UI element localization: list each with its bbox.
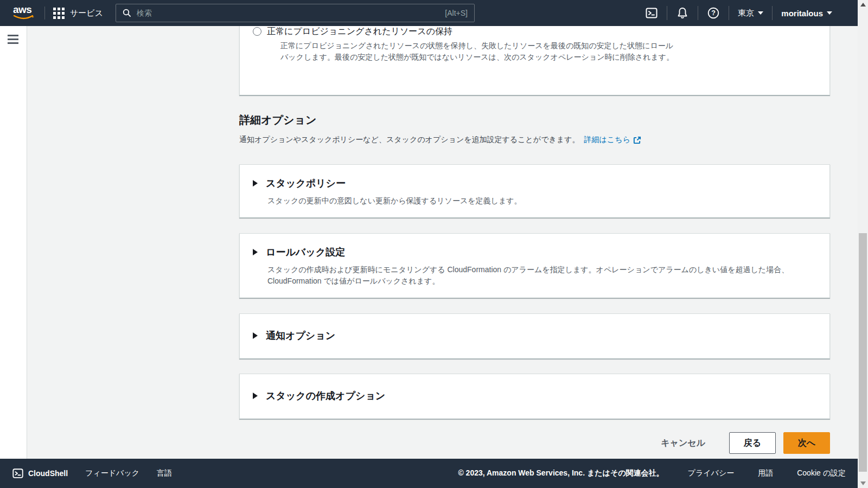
stack-creation-options-section: スタックの作成オプション	[239, 374, 830, 419]
caret-right-icon	[253, 393, 258, 399]
header-separator	[698, 6, 698, 20]
stack-policy-section: スタックポリシー スタックの更新中の意図しない更新から保護するリソースを定義しま…	[239, 164, 830, 218]
scrollbar-down-arrow[interactable]	[858, 479, 868, 488]
stack-policy-expander[interactable]: スタックポリシー	[253, 177, 816, 190]
rollback-configuration-expander[interactable]: ロールバック設定	[253, 246, 816, 259]
header-separator	[667, 6, 667, 20]
preserve-resources-description: 正常にプロビジョニングされたリソースの状態を保持し、失敗したリソースを最後の既知…	[280, 40, 674, 63]
rollback-configuration-section: ロールバック設定 スタックの作成時および更新時にモニタリングする CloudFo…	[239, 233, 830, 298]
back-button[interactable]: 戻る	[729, 432, 776, 454]
cloudshell-icon[interactable]	[645, 7, 658, 20]
footer-cloudshell-label: CloudShell	[28, 469, 68, 478]
preserve-resources-label[interactable]: 正常にプロビジョニングされたリソースの保持	[267, 26, 452, 37]
footer-privacy-link[interactable]: プライバシー	[688, 468, 735, 478]
learn-more-link[interactable]: 詳細はこちら	[584, 135, 641, 145]
header-separator	[729, 6, 729, 20]
section-description: スタックの作成時および更新時にモニタリングする CloudFormation の…	[267, 264, 802, 287]
footer-copyright: © 2023, Amazon Web Services, Inc. またはその関…	[458, 468, 663, 478]
section-description: スタックの更新中の意図しない更新から保護するリソースを定義します。	[267, 195, 802, 207]
scrollbar-up-arrow[interactable]	[858, 0, 868, 9]
external-link-icon	[633, 136, 641, 144]
chevron-down-icon	[758, 11, 763, 15]
rollback-behavior-card: 正常にプロビジョニングされたリソースの保持 正常にプロビジョニングされたリソース…	[239, 26, 830, 95]
vertical-scrollbar[interactable]	[858, 0, 868, 488]
aws-logo-text: aws	[13, 4, 35, 15]
console-footer: CloudShell フィードバック 言語 © 2023, Amazon Web…	[0, 459, 858, 488]
chevron-down-icon	[827, 11, 832, 15]
top-navigation-bar: aws サービス [Alt+S]	[0, 0, 858, 26]
aws-logo[interactable]: aws	[13, 4, 35, 22]
notifications-bell-icon[interactable]	[676, 7, 689, 20]
preserve-resources-radio[interactable]	[253, 27, 261, 36]
search-icon	[123, 9, 131, 17]
left-navigation-rail	[0, 26, 27, 459]
caret-right-icon	[253, 180, 258, 187]
svg-text:?: ?	[711, 9, 716, 17]
region-selector[interactable]: 東京	[738, 8, 763, 18]
scrollbar-thumb[interactable]	[859, 233, 867, 472]
footer-language-link[interactable]: 言語	[157, 468, 172, 478]
caret-right-icon	[253, 249, 258, 255]
footer-cloudshell-button[interactable]: CloudShell	[12, 467, 68, 479]
services-menu-button[interactable]: サービス	[53, 0, 103, 26]
region-label: 東京	[738, 8, 754, 18]
section-title: スタックポリシー	[266, 177, 346, 190]
wizard-actions: キャンセル 戻る 次へ	[239, 432, 830, 454]
advanced-options-title: 詳細オプション	[239, 113, 830, 127]
header-separator	[772, 6, 773, 20]
help-icon[interactable]: ?	[707, 7, 720, 20]
footer-cookie-settings-link[interactable]: Cookie の設定	[797, 468, 846, 478]
account-name: moritalous	[781, 9, 823, 18]
stack-creation-options-expander[interactable]: スタックの作成オプション	[253, 389, 816, 402]
footer-feedback-link[interactable]: フィードバック	[85, 468, 139, 478]
next-button[interactable]: 次へ	[783, 432, 830, 454]
services-grid-icon	[53, 8, 65, 19]
footer-terms-link[interactable]: 用語	[758, 468, 773, 478]
global-search-box[interactable]: [Alt+S]	[116, 4, 475, 22]
services-label: サービス	[70, 8, 103, 18]
notification-options-expander[interactable]: 通知オプション	[253, 329, 816, 342]
header-right-controls: ? 東京 moritalous	[645, 0, 832, 26]
header-divider	[44, 7, 45, 20]
caret-right-icon	[253, 332, 258, 339]
hamburger-menu-icon[interactable]	[8, 35, 27, 44]
section-title: スタックの作成オプション	[266, 389, 385, 402]
advanced-options-description: 通知オプションやスタックポリシーなど、スタックのオプションを追加設定することがで…	[239, 135, 579, 145]
account-menu[interactable]: moritalous	[781, 9, 832, 18]
cancel-button[interactable]: キャンセル	[659, 433, 707, 453]
aws-smile-icon	[13, 15, 35, 21]
search-shortcut-hint: [Alt+S]	[445, 9, 468, 17]
main-content: 正常にプロビジョニングされたリソースの保持 正常にプロビジョニングされたリソース…	[27, 26, 858, 459]
section-title: ロールバック設定	[266, 246, 345, 259]
cloudshell-icon	[12, 467, 24, 479]
section-title: 通知オプション	[266, 329, 335, 342]
notification-options-section: 通知オプション	[239, 313, 830, 359]
search-input[interactable]	[137, 9, 445, 17]
